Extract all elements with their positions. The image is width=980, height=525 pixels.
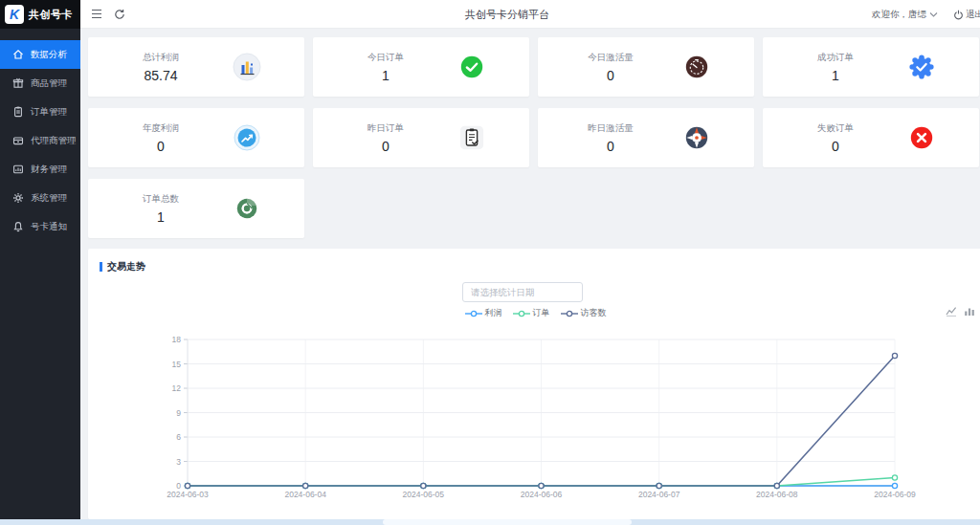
page-title: 共创号卡分销平台 bbox=[80, 0, 934, 29]
chrome-swirl-icon bbox=[234, 195, 260, 222]
legend-item-访客数[interactable]: 访客数 bbox=[561, 307, 607, 319]
stat-label: 昨日订单 bbox=[368, 122, 404, 135]
sidebar-item-label: 订单管理 bbox=[31, 106, 67, 119]
stat-card-success-orders: 成功订单 1 bbox=[763, 37, 979, 97]
scrollbar-thumb[interactable] bbox=[383, 519, 632, 525]
legend-item-利润[interactable]: 利润 bbox=[465, 307, 502, 319]
stat-label: 成功订单 bbox=[817, 52, 854, 64]
trend-title-text: 交易走势 bbox=[107, 260, 145, 273]
trend-section-title: 交易走势 bbox=[100, 260, 145, 273]
legend-item-订单[interactable]: 订单 bbox=[513, 307, 550, 319]
trend-circle-icon bbox=[233, 123, 261, 152]
header: 共创号卡分销平台 欢迎你，唐缌 退出 bbox=[80, 0, 980, 29]
goods-icon bbox=[12, 77, 24, 89]
app-logo-icon: K bbox=[5, 5, 24, 24]
stat-label: 失败订单 bbox=[817, 122, 854, 135]
sidebar-item-label: 号卡通知 bbox=[31, 221, 67, 233]
stat-card-today-activation: 今日激活量 0 bbox=[538, 37, 754, 97]
chart-legend: 利润订单访客数 bbox=[465, 307, 607, 319]
date-range-input[interactable] bbox=[462, 282, 583, 302]
chart-toolbox bbox=[946, 306, 975, 317]
svg-text:6: 6 bbox=[176, 432, 181, 442]
stat-label: 年度利润 bbox=[143, 122, 179, 135]
agents-icon bbox=[12, 135, 24, 146]
sidebar-item-label: 系统管理 bbox=[31, 192, 67, 205]
svg-text:2024-06-04: 2024-06-04 bbox=[284, 490, 326, 499]
horizontal-scrollbar[interactable] bbox=[0, 519, 980, 525]
stat-card-annual-profit: 年度利润 0 bbox=[88, 108, 304, 167]
svg-text:2024-06-09: 2024-06-09 bbox=[874, 490, 916, 499]
stat-value: 1 bbox=[157, 209, 165, 225]
stat-label: 昨日激活量 bbox=[588, 122, 634, 135]
sidebar-item-finance[interactable]: 财务管理 bbox=[0, 155, 80, 184]
settings-gear-icon bbox=[12, 192, 24, 204]
svg-text:9: 9 bbox=[176, 408, 181, 418]
stat-label: 今日订单 bbox=[368, 52, 404, 64]
svg-text:2024-06-05: 2024-06-05 bbox=[403, 490, 445, 499]
stat-card-today-orders: 今日订单 1 bbox=[313, 37, 529, 97]
stat-card-total-orders: 订单总数 1 bbox=[88, 179, 304, 238]
sidebar-item-system[interactable]: 系统管理 bbox=[0, 184, 80, 212]
sidebar-item-goods[interactable]: 商品管理 bbox=[0, 69, 80, 98]
svg-text:12: 12 bbox=[172, 383, 182, 393]
stat-value: 0 bbox=[832, 139, 839, 154]
power-icon bbox=[953, 10, 964, 20]
sidebar-menu: 数据分析 商品管理 订单管理 代理商管理 财务管理 系统管理 号卡通知 bbox=[0, 29, 80, 241]
stat-value: 1 bbox=[382, 68, 390, 83]
svg-text:0: 0 bbox=[176, 481, 181, 491]
chevron-down-icon bbox=[929, 11, 938, 18]
logout-button[interactable]: 退出 bbox=[953, 0, 980, 29]
stat-card-yesterday-orders: 昨日订单 0 bbox=[313, 108, 529, 167]
sidebar-item-orders[interactable]: 订单管理 bbox=[0, 98, 80, 126]
svg-text:2024-06-03: 2024-06-03 bbox=[167, 490, 209, 499]
sidebar-item-notify[interactable]: 号卡通知 bbox=[0, 212, 80, 241]
stat-label: 总计利润 bbox=[143, 52, 179, 64]
home-icon bbox=[12, 49, 24, 60]
user-menu[interactable]: 欢迎你，唐缌 bbox=[872, 0, 938, 29]
stat-card-failed-orders: 失败订单 0 bbox=[763, 108, 979, 167]
stat-card-yesterday-activation: 昨日激活量 0 bbox=[538, 108, 754, 167]
trend-panel: 交易走势 利润订单访客数 2024-06-032024-06-042024-06… bbox=[88, 249, 980, 519]
orders-icon bbox=[12, 106, 24, 118]
svg-text:18: 18 bbox=[172, 335, 182, 344]
app-logo-text: 共创号卡 bbox=[29, 8, 73, 22]
sidebar-item-label: 商品管理 bbox=[31, 77, 67, 90]
bell-icon bbox=[12, 221, 24, 232]
stat-value: 0 bbox=[607, 68, 614, 83]
welcome-text: 欢迎你，唐缌 bbox=[872, 9, 926, 21]
line-chart-toggle-icon[interactable] bbox=[946, 306, 957, 317]
main-content: 总计利润 85.74 今日订单 1 今日激活量 0 bbox=[80, 29, 980, 519]
stat-value: 1 bbox=[832, 68, 839, 83]
stat-card-total-profit: 总计利润 85.74 bbox=[88, 37, 304, 97]
stat-label: 订单总数 bbox=[143, 193, 179, 206]
sidebar-item-label: 代理商管理 bbox=[31, 135, 77, 147]
stat-value: 0 bbox=[382, 139, 390, 154]
stat-label: 今日激活量 bbox=[588, 52, 634, 64]
stat-value: 0 bbox=[607, 139, 614, 154]
verified-badge-icon bbox=[908, 54, 935, 80]
trend-line-chart: 2024-06-032024-06-042024-06-052024-06-06… bbox=[153, 333, 947, 514]
sidebar-item-agents[interactable]: 代理商管理 bbox=[0, 126, 80, 155]
sidebar-item-label: 财务管理 bbox=[31, 164, 67, 176]
svg-text:15: 15 bbox=[172, 360, 182, 369]
svg-text:2024-06-07: 2024-06-07 bbox=[638, 490, 680, 499]
logout-label: 退出 bbox=[966, 9, 980, 21]
app-logo: K 共创号卡 bbox=[0, 0, 80, 29]
bar-chart-circle-icon bbox=[233, 53, 261, 81]
svg-text:2024-06-08: 2024-06-08 bbox=[756, 490, 798, 499]
error-circle-icon bbox=[908, 124, 935, 151]
stat-value: 0 bbox=[157, 139, 165, 154]
sidebar: K 共创号卡 数据分析 商品管理 订单管理 代理商管理 财务管理 系统管理 bbox=[0, 0, 80, 519]
lifebuoy-icon bbox=[683, 124, 710, 151]
clipboard-check-icon bbox=[458, 124, 485, 151]
svg-text:2024-06-06: 2024-06-06 bbox=[521, 490, 563, 499]
sidebar-item-label: 数据分析 bbox=[31, 49, 67, 61]
check-circle-icon bbox=[458, 54, 485, 80]
timer-badge-icon bbox=[683, 54, 710, 80]
svg-text:3: 3 bbox=[176, 457, 181, 467]
title-accent-bar bbox=[100, 262, 102, 272]
stats-grid: 总计利润 85.74 今日订单 1 今日激活量 0 bbox=[88, 37, 979, 238]
bar-chart-toggle-icon[interactable] bbox=[964, 306, 975, 317]
sidebar-item-data-analysis[interactable]: 数据分析 bbox=[0, 40, 80, 69]
finance-icon bbox=[12, 164, 24, 175]
